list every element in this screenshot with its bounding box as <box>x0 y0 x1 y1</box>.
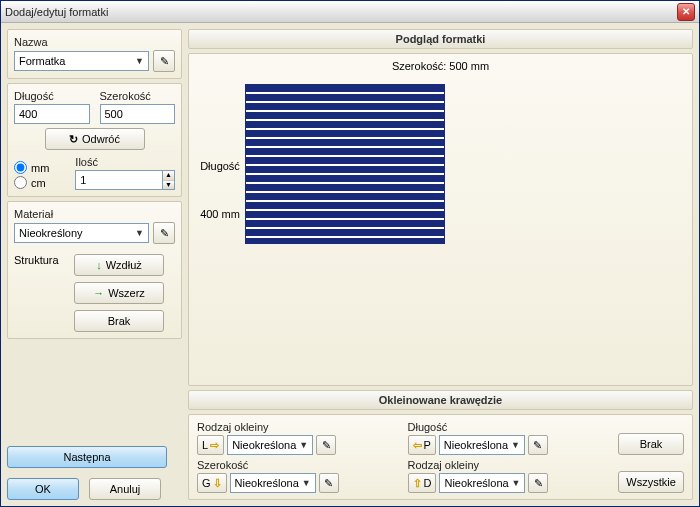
name-edit-button[interactable]: ✎ <box>153 50 175 72</box>
edge-P-chip[interactable]: ⇦ P <box>408 435 436 455</box>
structure-across-button[interactable]: → Wszerz <box>74 282 164 304</box>
content: Nazwa Formatka ▼ ✎ Długość Szerokość <box>1 23 699 506</box>
width-label: Szerokość <box>100 90 176 102</box>
unit-mm-row[interactable]: mm <box>14 161 49 174</box>
unit-mm-label: mm <box>31 162 49 174</box>
edges-none-button[interactable]: Brak <box>618 433 684 455</box>
preview-vertical-axis: Długość 400 mm <box>195 78 245 232</box>
veneer-right-field: Rodzaj okleiny ⇧ D Nieokreślona ▼ ✎ <box>408 459 603 493</box>
left-column: Nazwa Formatka ▼ ✎ Długość Szerokość <box>7 29 182 500</box>
veneer-left-label: Rodzaj okleiny <box>197 421 392 433</box>
preview-area: Szerokość: 500 mm Długość 400 mm <box>188 53 693 386</box>
veneer-D-select[interactable]: Nieokreślona ▼ <box>439 473 525 493</box>
qty-up-icon[interactable]: ▲ <box>163 171 174 181</box>
preview-header: Podgląd formatki <box>188 29 693 49</box>
qty-label: Ilość <box>75 156 175 168</box>
edges-all-button[interactable]: Wszystkie <box>618 471 684 493</box>
titlebar: Dodaj/edytuj formatki ✕ <box>1 1 699 23</box>
bottom-buttons: OK Anuluj <box>7 478 182 500</box>
qty-down-icon[interactable]: ▼ <box>163 181 174 190</box>
chevron-down-icon: ▼ <box>299 440 308 450</box>
all-field: Wszystkie <box>618 471 684 493</box>
chevron-down-icon: ▼ <box>302 478 311 488</box>
edge-G-chip[interactable]: G ⇩ <box>197 473 227 493</box>
edge-L-chip[interactable]: L ⇨ <box>197 435 224 455</box>
preview-length-value: 400 mm <box>195 208 245 220</box>
across-label: Wszerz <box>108 287 145 299</box>
arrow-up-icon: ⇧ <box>413 477 422 490</box>
chevron-down-icon: ▼ <box>135 228 144 238</box>
qty-input[interactable] <box>75 170 162 190</box>
preview-width-text: Szerokość: 500 mm <box>195 60 686 72</box>
none-label: Brak <box>108 315 131 327</box>
swap-button[interactable]: ↻ Odwróć <box>45 128 145 150</box>
veneer-L-edit[interactable]: ✎ <box>316 435 336 455</box>
length-label: Długość <box>14 90 90 102</box>
dimensions-panel: Długość Szerokość ↻ Odwróć mm <box>7 83 182 197</box>
length-input[interactable] <box>14 104 90 124</box>
arrow-left-icon: ⇦ <box>413 439 422 452</box>
qty-spin-buttons[interactable]: ▲ ▼ <box>163 170 175 190</box>
material-select[interactable]: Nieokreślony ▼ <box>14 223 149 243</box>
veneer-right-label: Rodzaj okleiny <box>408 459 603 471</box>
veneer-left-field: Rodzaj okleiny L ⇨ Nieokreślona ▼ ✎ <box>197 421 392 455</box>
ok-label: OK <box>35 483 51 495</box>
preview-shape <box>245 84 445 244</box>
cancel-button[interactable]: Anuluj <box>89 478 161 500</box>
unit-cm-label: cm <box>31 177 46 189</box>
preview-length-axis-label: Długość <box>195 160 245 172</box>
cancel-label: Anuluj <box>110 483 141 495</box>
unit-mm-radio[interactable] <box>14 161 27 174</box>
length-edge-label: Długość <box>408 421 603 433</box>
veneer-L-select[interactable]: Nieokreślona ▼ <box>227 435 313 455</box>
chevron-down-icon: ▼ <box>512 478 521 488</box>
veneer-P-edit[interactable]: ✎ <box>528 435 548 455</box>
unit-cm-row[interactable]: cm <box>14 176 49 189</box>
name-select[interactable]: Formatka ▼ <box>14 51 149 71</box>
document-arrow-icon: ✎ <box>533 439 542 452</box>
veneer-P-value: Nieokreślona <box>444 439 508 451</box>
edge-D-letter: D <box>424 477 432 489</box>
document-arrow-icon: ✎ <box>534 477 543 490</box>
document-arrow-icon: ✎ <box>322 439 331 452</box>
ok-button[interactable]: OK <box>7 478 79 500</box>
structure-none-button[interactable]: Brak <box>74 310 164 332</box>
chevron-down-icon: ▼ <box>511 440 520 450</box>
qty-spinner[interactable]: ▲ ▼ <box>75 170 175 190</box>
swap-label: Odwróć <box>82 133 120 145</box>
edge-G-letter: G <box>202 477 211 489</box>
name-panel: Nazwa Formatka ▼ ✎ <box>7 29 182 79</box>
veneer-P-select[interactable]: Nieokreślona ▼ <box>439 435 525 455</box>
arrow-down-icon: ↓ <box>96 259 102 271</box>
edge-D-chip[interactable]: ⇧ D <box>408 473 437 493</box>
swap-icon: ↻ <box>69 133 78 146</box>
chevron-down-icon: ▼ <box>135 56 144 66</box>
edges-header: Okleinowane krawędzie <box>188 390 693 410</box>
arrow-down-icon: ⇩ <box>213 477 222 490</box>
veneer-D-value: Nieokreślona <box>444 477 508 489</box>
document-arrow-icon: ✎ <box>160 55 169 68</box>
edge-P-letter: P <box>424 439 431 451</box>
material-panel: Materiał Nieokreślony ▼ ✎ Struktura ↓ Wz… <box>7 201 182 339</box>
veneer-D-edit[interactable]: ✎ <box>528 473 548 493</box>
material-value: Nieokreślony <box>19 227 83 239</box>
veneer-G-edit[interactable]: ✎ <box>319 473 339 493</box>
window-title: Dodaj/edytuj formatki <box>5 6 108 18</box>
veneer-G-select[interactable]: Nieokreślona ▼ <box>230 473 316 493</box>
next-label: Następna <box>63 451 110 463</box>
material-edit-button[interactable]: ✎ <box>153 222 175 244</box>
edge-L-letter: L <box>202 439 208 451</box>
width-input[interactable] <box>100 104 176 124</box>
unit-cm-radio[interactable] <box>14 176 27 189</box>
next-button[interactable]: Następna <box>7 446 167 468</box>
document-arrow-icon: ✎ <box>160 227 169 240</box>
right-column: Podgląd formatki Szerokość: 500 mm Długo… <box>188 29 693 500</box>
close-button[interactable]: ✕ <box>677 3 695 21</box>
structure-along-button[interactable]: ↓ Wzdłuż <box>74 254 164 276</box>
width-edge-label: Szerokość <box>197 459 392 471</box>
width-edge-field: Szerokość G ⇩ Nieokreślona ▼ ✎ <box>197 459 392 493</box>
name-label: Nazwa <box>14 36 175 48</box>
edges-all-label: Wszystkie <box>626 476 676 488</box>
brak-field: Brak <box>618 433 684 455</box>
document-arrow-icon: ✎ <box>324 477 333 490</box>
